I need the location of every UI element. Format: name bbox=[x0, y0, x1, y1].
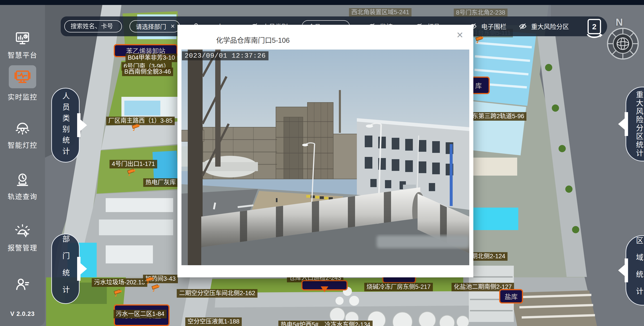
sidebar-item-smart-platform[interactable]: 智慧平台 bbox=[0, 30, 45, 60]
camera-video-scene bbox=[182, 50, 469, 265]
tab-label: 区域统计 bbox=[634, 237, 644, 304]
screen-switch-button[interactable]: 2 bbox=[586, 19, 603, 40]
camera-icon[interactable] bbox=[132, 123, 141, 131]
sidebar-item-label: 智能灯控 bbox=[8, 139, 37, 150]
sidebar-item-smart-light[interactable]: 智能灯控 bbox=[0, 120, 45, 150]
tab-region-stats[interactable]: 区域统计 bbox=[626, 235, 644, 305]
sidebar-item-realtime-monitor[interactable]: 实时监控 bbox=[0, 65, 45, 102]
compass-icon bbox=[606, 27, 640, 61]
sidebar-item-label: 实时监控 bbox=[8, 91, 37, 102]
tab-label: 部门统计 bbox=[60, 235, 71, 302]
camera-icon[interactable] bbox=[151, 284, 161, 292]
layer-toggle-label: 重大风险分区 bbox=[531, 22, 569, 31]
layer-toggle-电子围栏[interactable]: 电子围栏 bbox=[468, 22, 506, 31]
sidebar-item-alarm-manage[interactable]: 报警管理 bbox=[0, 223, 45, 252]
lamp-icon bbox=[14, 120, 30, 136]
close-icon[interactable]: ✕ bbox=[455, 31, 465, 40]
app-version: V 2.0.23 bbox=[0, 310, 45, 317]
layer-toggle-重大风险分区[interactable]: 重大风险分区 bbox=[518, 22, 569, 31]
active-item-tile bbox=[9, 65, 36, 88]
clear-icon[interactable]: ✕ bbox=[170, 23, 175, 30]
compass[interactable] bbox=[606, 27, 640, 62]
expand-arrow-icon bbox=[77, 254, 87, 283]
eye-slash-icon bbox=[518, 22, 528, 30]
compass-north-label: N bbox=[616, 17, 623, 28]
sidebar-item-label: 轨迹查询 bbox=[8, 191, 37, 201]
alarm-icon bbox=[14, 223, 30, 239]
camera-icon[interactable] bbox=[127, 169, 136, 177]
expand-arrow-icon bbox=[618, 256, 628, 285]
dashboard-icon bbox=[14, 30, 30, 46]
layer-toggle-label: 电子围栏 bbox=[481, 22, 506, 31]
expand-arrow-icon bbox=[618, 109, 628, 139]
sidebar-item-label: 报警管理 bbox=[8, 242, 37, 252]
swap-arrow-icon bbox=[586, 33, 603, 40]
sidebar-item-track-query[interactable]: 轨迹查询 bbox=[0, 172, 45, 201]
expand-arrow-icon bbox=[77, 110, 87, 140]
tab-label: 人员类别统计 bbox=[60, 92, 71, 158]
camera-clock-icon bbox=[14, 172, 30, 188]
search-input[interactable] bbox=[65, 23, 122, 30]
sidebar-item-label: 智慧平台 bbox=[8, 50, 37, 60]
search-input-wrap bbox=[64, 20, 122, 32]
person-list-icon bbox=[14, 276, 30, 292]
video-timestamp: 2023/09/01 12:37:26 bbox=[182, 51, 268, 60]
department-select-label: 请选择部门 bbox=[136, 22, 166, 31]
camera-icon[interactable] bbox=[475, 36, 484, 44]
monitor-wave-icon bbox=[14, 68, 32, 86]
tab-major-risk-zone-stats[interactable]: 重大风险分区统计 bbox=[626, 87, 644, 161]
department-select[interactable]: 请选择部门 ✕ bbox=[130, 20, 180, 32]
sidebar: 智慧平台实时监控智能灯控轨迹查询报警管理 V 2.0.23 bbox=[0, 5, 45, 326]
tab-label: 重大风险分区统计 bbox=[634, 91, 644, 157]
sidebar-item-user-profile[interactable] bbox=[0, 276, 45, 292]
camera-icon[interactable] bbox=[146, 276, 155, 285]
tab-personnel-category-stats[interactable]: 人员类别统计 bbox=[51, 88, 80, 162]
tab-department-stats[interactable]: 部门统计 bbox=[51, 234, 80, 304]
modal-title: 化学品仓库南门口5-106 bbox=[216, 35, 290, 45]
camera-feed-modal: 化学品仓库南门口5-106 ✕ bbox=[178, 25, 473, 277]
camera-video-frame: 2023/09/01 12:37:26 bbox=[182, 50, 469, 265]
camera-icon[interactable] bbox=[114, 289, 123, 297]
screen-switch-icon: 2 bbox=[588, 19, 601, 34]
